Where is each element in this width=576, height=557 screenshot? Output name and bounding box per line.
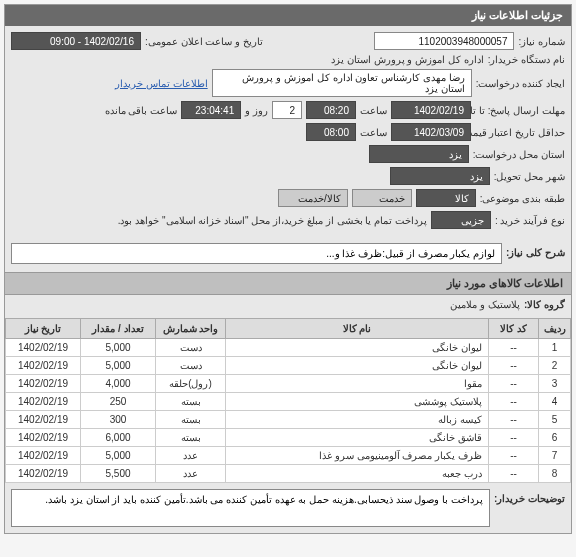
table-cell: (رول)حلقه [156,375,226,393]
table-cell: 4 [539,393,571,411]
table-cell: 300 [81,411,156,429]
table-cell: 5,000 [81,447,156,465]
req-city: یزد [369,145,469,163]
table-header: کد کالا [489,319,539,339]
table-cell: 3 [539,375,571,393]
purchase-value: جزیی [431,211,491,229]
table-cell: -- [489,339,539,357]
table-header: تعداد / مقدار [81,319,156,339]
details-panel: جزئیات اطلاعات نیاز شماره نیاز: 11020039… [4,4,572,534]
table-cell: -- [489,393,539,411]
table-cell: 4,000 [81,375,156,393]
table-cell: 1402/02/19 [6,357,81,375]
time-label-1: ساعت [360,105,387,116]
purchase-label: نوع فرآیند خرید : [495,215,565,226]
announce-value: 1402/02/16 - 09:00 [11,32,141,50]
deadline-time: 08:20 [306,101,356,119]
group-value: پلاستیک و ملامین [450,299,520,310]
table-cell: قاشق خانگی [226,429,489,447]
table-cell: دست [156,339,226,357]
table-cell: 6,000 [81,429,156,447]
service-value: خدمت [352,189,412,207]
table-cell: 5 [539,411,571,429]
table-row: 8--درب جعبهعدد5,5001402/02/19 [6,465,571,483]
remain-time: 23:04:41 [181,101,241,119]
goods-service-value: کالا/خدمت [278,189,348,207]
table-header: تاریخ نیاز [6,319,81,339]
days-label: روز و [245,105,268,116]
validity-date: 1402/03/09 [391,123,471,141]
table-row: 7--ظرف یکبار مصرف آلومینیومی سرو غذاعدد5… [6,447,571,465]
loc-value: یزد [390,167,490,185]
req-city-label: استان محل درخواست: [473,149,565,160]
table-cell: -- [489,357,539,375]
table-cell: 1402/02/19 [6,339,81,357]
table-cell: بسته [156,411,226,429]
table-cell: 1402/02/19 [6,393,81,411]
buyer-notes-text: پرداخت با وصول سند ذیحسابی.هزینه حمل به … [11,489,490,527]
need-no-label: شماره نیاز: [518,36,565,47]
table-cell: -- [489,447,539,465]
contact-link[interactable]: اطلاعات تماس خریدار [115,78,208,89]
table-cell: 1402/02/19 [6,429,81,447]
table-cell: درب جعبه [226,465,489,483]
table-cell: 1402/02/19 [6,447,81,465]
deadline-date: 1402/02/19 [391,101,471,119]
days-value: 2 [272,101,302,119]
table-cell: 6 [539,429,571,447]
table-row: 1--لیوان خانگیدست5,0001402/02/19 [6,339,571,357]
form-section: شماره نیاز: 1102003948000057 تاریخ و ساع… [5,26,571,239]
table-header: ردیف [539,319,571,339]
table-cell: پلاستیک پوششی [226,393,489,411]
table-header: نام کالا [226,319,489,339]
table-row: 2--لیوان خانگیدست5,0001402/02/19 [6,357,571,375]
table-cell: 8 [539,465,571,483]
table-cell: 5,000 [81,357,156,375]
deadline-label: مهلت ارسال پاسخ: تا تاریخ: [475,105,565,116]
time-label-2: ساعت [360,127,387,138]
table-cell: لیوان خانگی [226,357,489,375]
announce-label: تاریخ و ساعت اعلان عمومی: [145,36,263,47]
table-row: 3--مقوا(رول)حلقه4,0001402/02/19 [6,375,571,393]
table-cell: 5,000 [81,339,156,357]
table-cell: عدد [156,465,226,483]
table-cell: 2 [539,357,571,375]
table-cell: -- [489,429,539,447]
validity-label: حداقل تاریخ اعتبار قیمت: تا تاریخ: [475,127,565,138]
group-label: گروه کالا: [524,299,565,310]
table-cell: لیوان خانگی [226,339,489,357]
panel-title: جزئیات اطلاعات نیاز [5,5,571,26]
table-cell: 1402/02/19 [6,375,81,393]
table-cell: -- [489,465,539,483]
table-cell: 1402/02/19 [6,465,81,483]
creator-value: رضا مهدی کارشناس تعاون اداره کل اموزش و … [212,69,472,97]
creator-label: ایجاد کننده درخواست: [476,78,565,89]
table-cell: بسته [156,393,226,411]
table-row: 6--قاشق خانگیبسته6,0001402/02/19 [6,429,571,447]
cat-value: کالا [416,189,476,207]
table-cell: 7 [539,447,571,465]
table-header: واحد شمارش [156,319,226,339]
goods-header: اطلاعات کالاهای مورد نیاز [5,272,571,295]
table-cell: ظرف یکبار مصرف آلومینیومی سرو غذا [226,447,489,465]
table-cell: 1 [539,339,571,357]
table-cell: -- [489,411,539,429]
purchase-note: پرداخت تمام یا بخشی از مبلغ خرید،از محل … [118,215,427,226]
table-cell: -- [489,375,539,393]
table-cell: مقوا [226,375,489,393]
table-cell: 1402/02/19 [6,411,81,429]
cat-label: طبقه بندی موضوعی: [480,193,565,204]
loc-label: شهر محل تحویل: [494,171,565,182]
buyer-value: اداره کل اموزش و پرورش استان یزد [331,54,484,65]
table-cell: 5,500 [81,465,156,483]
goods-table: ردیفکد کالانام کالاواحد شمارشتعداد / مقد… [5,318,571,483]
desc-text: لوازم یکبار مصرف از قبیل:ظرف غذا و... [11,243,502,264]
buyer-notes-label: توضیحات خریدار: [494,487,565,504]
desc-label: شرح کلی نیاز: [506,241,565,258]
table-cell: عدد [156,447,226,465]
table-cell: دست [156,357,226,375]
table-cell: بسته [156,429,226,447]
table-row: 4--پلاستیک پوششیبسته2501402/02/19 [6,393,571,411]
table-cell: 250 [81,393,156,411]
need-no: 1102003948000057 [374,32,514,50]
